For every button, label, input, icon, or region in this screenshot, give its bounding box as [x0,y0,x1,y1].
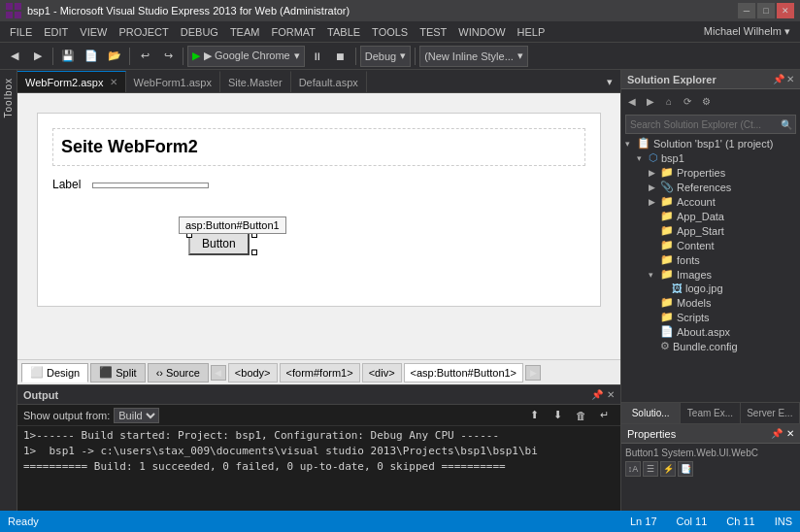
debug-dropdown[interactable]: Debug ▾ [360,46,411,67]
panel-tab-solution[interactable]: Solutio... [621,403,681,423]
debug-dropdown-arrow[interactable]: ▾ [400,50,406,62]
tree-scripts[interactable]: 📁 Scripts [621,310,800,324]
redo-button[interactable]: ↪ [157,46,179,67]
tree-properties[interactable]: ▶ 📁 Properties [621,165,800,180]
attach-button[interactable]: ⏸ [307,46,328,67]
close-button[interactable]: ✕ [777,3,794,18]
menu-help[interactable]: HELP [512,24,551,40]
se-forward-btn[interactable]: ▶ [642,92,659,110]
minimize-button[interactable]: ─ [738,3,755,18]
output-title: Output [23,389,583,401]
tree-references[interactable]: ▶ 📎 References [621,180,800,194]
textbox-control[interactable] [92,183,209,188]
tree-bundleconfig[interactable]: ⚙ Bundle.config [621,339,800,353]
menu-edit[interactable]: EDIT [38,24,74,40]
se-home-btn[interactable]: ⌂ [660,92,678,110]
breadcrumb-next[interactable]: ▶ [525,365,541,381]
new-file-button[interactable]: 📄 [81,46,102,67]
style-dropdown-arrow[interactable]: ▾ [517,50,523,62]
tabs-dropdown[interactable]: ▾ [599,71,620,92]
breadcrumb-div[interactable]: <div> [362,363,402,382]
tab-defaultaspx[interactable]: Default.aspx [291,71,367,92]
se-search-box[interactable]: 🔍 [625,115,796,134]
solution-icon: 📋 [637,137,650,150]
menu-window[interactable]: WINDOW [452,24,511,40]
props-categorize[interactable]: ☰ [643,461,658,477]
props-events[interactable]: ⚡ [660,461,676,477]
se-back-btn[interactable]: ◀ [623,92,641,110]
tree-logojpg[interactable]: 🖼 logo.jpg [621,282,800,295]
tab-webform2[interactable]: WebForm2.aspx ✕ [17,71,126,92]
save-button[interactable]: 💾 [57,46,79,67]
output-clear-btn[interactable]: 🗑 [570,405,591,426]
tab-webform2-close[interactable]: ✕ [110,77,117,87]
breadcrumb-button[interactable]: <asp:Button#Button1> [404,363,523,382]
design-view-btn[interactable]: ⬜ Design [21,363,88,382]
menu-file[interactable]: FILE [4,24,38,40]
menu-test[interactable]: TEST [414,24,452,40]
label-control[interactable]: Label [52,178,81,191]
se-close-icon[interactable]: ✕ [786,74,794,84]
split-view-btn[interactable]: ⬛ Split [90,363,145,382]
show-output-label: Show output from: [23,410,110,421]
breadcrumb-body[interactable]: <body> [228,363,278,382]
start-button[interactable]: ▶ ▶ Google Chrome ▾ [187,46,305,67]
se-search-input[interactable] [626,119,778,130]
props-pin[interactable]: 📌 [771,428,783,439]
tree-project[interactable]: ▾ ⬡ bsp1 [621,150,800,165]
menu-tools[interactable]: TOOLS [366,24,414,40]
output-down-btn[interactable]: ⬇ [547,405,568,426]
breadcrumb-form[interactable]: <form#form1> [280,363,360,382]
maximize-button[interactable]: □ [757,3,775,18]
tree-appdata[interactable]: 📁 App_Data [621,209,800,223]
stop-button[interactable]: ⏹ [330,46,351,67]
tree-appstart[interactable]: 📁 App_Start [621,223,800,238]
tab-sitemaster[interactable]: Site.Master [220,71,291,92]
style-dropdown[interactable]: (New Inline Style... ▾ [419,46,528,67]
output-pin[interactable]: 📌 [591,389,603,400]
menu-user[interactable]: Michael Wilhelm ▾ [698,23,796,40]
open-button[interactable]: 📂 [104,46,125,67]
output-copy-btn[interactable]: ⬆ [523,405,545,426]
forward-button[interactable]: ▶ [27,46,49,67]
solution-explorer-header: Solution Explorer 📌 ✕ [621,70,800,89]
se-pin-icon[interactable]: 📌 [773,74,784,84]
tree-aboutaspx[interactable]: 📄 About.aspx [621,324,800,339]
undo-button[interactable]: ↩ [134,46,155,67]
menu-format[interactable]: FORMAT [265,24,321,40]
tree-content[interactable]: 📁 Content [621,238,800,252]
menu-project[interactable]: PROJECT [113,24,174,40]
panel-tab-team[interactable]: Team Ex... [681,403,740,423]
split-btn-label: Split [116,367,136,379]
toolbox-panel[interactable]: Toolbox [0,70,17,511]
menu-table[interactable]: TABLE [321,24,366,40]
button-control[interactable]: Button [188,232,250,255]
breadcrumb-prev[interactable]: ◀ [211,365,226,381]
menu-debug[interactable]: DEBUG [175,24,224,40]
tab-webform2-label: WebForm2.aspx [25,77,104,88]
tab-webform1[interactable]: WebForm1.aspx [126,71,221,92]
props-sort-alpha[interactable]: ↕A [625,461,641,477]
source-btn-label: Source [166,367,200,379]
tree-images[interactable]: ▾ 📁 Images [621,267,800,282]
panel-tab-server[interactable]: Server E... [741,403,800,423]
tree-fonts[interactable]: 📁 fonts [621,252,800,267]
se-refresh-btn[interactable]: ⟳ [679,92,696,110]
tree-account[interactable]: ▶ 📁 Account [621,194,800,209]
main-toolbar: ◀ ▶ 💾 📄 📂 ↩ ↪ ▶ ▶ Google Chrome ▾ ⏸ ⏹ De… [0,43,800,70]
output-source-select[interactable]: Build [114,408,159,423]
tree-solution[interactable]: ▾ 📋 Solution 'bsp1' (1 project) [621,136,800,150]
design-canvas[interactable]: Seite WebForm2 Label asp:Button#Button1 … [17,93,620,359]
se-settings-btn[interactable]: ⚙ [697,92,715,110]
props-close[interactable]: ✕ [786,428,794,439]
props-pages[interactable]: 📑 [678,461,693,477]
output-wrap-btn[interactable]: ↵ [593,405,615,426]
menu-team[interactable]: TEAM [224,24,266,40]
back-button[interactable]: ◀ [4,46,25,67]
source-view-btn[interactable]: ‹› Source [148,363,209,382]
tree-models[interactable]: 📁 Models [621,295,800,310]
start-dropdown-arrow[interactable]: ▾ [294,50,300,62]
resize-handle-br[interactable] [251,249,257,255]
output-close[interactable]: ✕ [607,389,615,400]
menu-view[interactable]: VIEW [74,24,113,40]
